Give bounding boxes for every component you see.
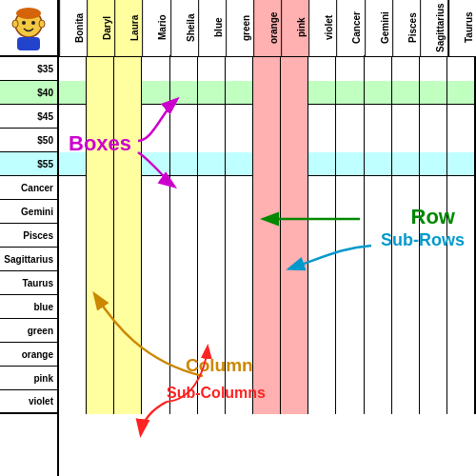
cell bbox=[281, 81, 308, 105]
col-header-mario: Mario bbox=[142, 0, 169, 56]
cell bbox=[59, 57, 87, 81]
cell bbox=[392, 367, 420, 390]
cell bbox=[392, 57, 420, 81]
cell bbox=[170, 81, 198, 105]
cell bbox=[114, 200, 142, 224]
cell bbox=[253, 271, 281, 295]
cell bbox=[336, 271, 364, 295]
cell bbox=[198, 367, 226, 390]
cell bbox=[447, 129, 476, 152]
cell bbox=[253, 200, 281, 224]
cell bbox=[87, 295, 114, 319]
cell bbox=[365, 367, 392, 390]
cell bbox=[114, 105, 142, 129]
col-header-taurus: Taurus bbox=[447, 0, 476, 56]
cell bbox=[198, 390, 226, 414]
row-label-sagittarius: Sagittarius bbox=[0, 248, 57, 271]
row-label-violet: violet bbox=[0, 390, 57, 414]
cell bbox=[281, 200, 308, 224]
cell bbox=[87, 271, 114, 295]
cell bbox=[447, 81, 476, 105]
cell bbox=[114, 248, 142, 271]
row-label-cancer: Cancer bbox=[0, 176, 57, 200]
main-container: Bonita Daryl Laura Mario Sheila blue gre… bbox=[0, 0, 476, 476]
cell bbox=[198, 224, 226, 248]
cell bbox=[336, 200, 364, 224]
cell bbox=[198, 105, 226, 129]
column-headers: Bonita Daryl Laura Mario Sheila blue gre… bbox=[59, 0, 476, 56]
cell bbox=[420, 152, 447, 176]
cell bbox=[198, 152, 226, 176]
grid-row-gemini bbox=[59, 200, 476, 224]
cell bbox=[142, 271, 169, 295]
grid-body bbox=[59, 57, 476, 476]
cell bbox=[226, 367, 253, 390]
cell bbox=[308, 200, 336, 224]
cell bbox=[336, 57, 364, 81]
cell bbox=[281, 57, 308, 81]
cell bbox=[253, 248, 281, 271]
cell bbox=[392, 200, 420, 224]
grid-row-pisces bbox=[59, 224, 476, 248]
row-label-blue: blue bbox=[0, 295, 57, 319]
cell bbox=[59, 367, 87, 390]
cell bbox=[198, 271, 226, 295]
grid-row-cancer bbox=[59, 176, 476, 200]
col-header-green: green bbox=[226, 0, 253, 56]
cell bbox=[308, 271, 336, 295]
col-header-violet: violet bbox=[308, 0, 336, 56]
cell bbox=[170, 319, 198, 343]
row-label-pink: pink bbox=[0, 367, 57, 390]
grid-row-blue bbox=[59, 295, 476, 319]
cell bbox=[308, 319, 336, 343]
cell bbox=[114, 295, 142, 319]
cell bbox=[198, 319, 226, 343]
cell bbox=[365, 295, 392, 319]
grid-row-sagittarius bbox=[59, 248, 476, 271]
cell bbox=[281, 224, 308, 248]
cell bbox=[170, 343, 198, 367]
col-header-sagittarius: Sagittarius bbox=[420, 0, 447, 56]
cell bbox=[447, 271, 476, 295]
cell bbox=[308, 129, 336, 152]
cell bbox=[170, 176, 198, 200]
cell bbox=[336, 295, 364, 319]
col-header-sheila: Sheila bbox=[170, 0, 198, 56]
cell bbox=[87, 224, 114, 248]
cell bbox=[87, 367, 114, 390]
grid-row-35 bbox=[59, 57, 476, 81]
row-label-45: $45 bbox=[0, 105, 57, 129]
svg-point-1 bbox=[16, 8, 41, 19]
cell bbox=[336, 319, 364, 343]
cell bbox=[447, 248, 476, 271]
row-label-orange: orange bbox=[0, 343, 57, 367]
cell bbox=[170, 295, 198, 319]
cell bbox=[59, 152, 87, 176]
header-row: Bonita Daryl Laura Mario Sheila blue gre… bbox=[0, 0, 476, 57]
cell bbox=[308, 343, 336, 367]
cell bbox=[365, 81, 392, 105]
cell bbox=[420, 176, 447, 200]
cell bbox=[336, 224, 364, 248]
cell bbox=[392, 248, 420, 271]
cell bbox=[226, 295, 253, 319]
col-header-pisces: Pisces bbox=[392, 0, 420, 56]
cell bbox=[87, 200, 114, 224]
cell bbox=[365, 57, 392, 81]
cell bbox=[308, 152, 336, 176]
cell bbox=[253, 295, 281, 319]
cell bbox=[365, 343, 392, 367]
grid-row-taurus bbox=[59, 271, 476, 295]
svg-rect-4 bbox=[17, 37, 40, 50]
cell bbox=[281, 152, 308, 176]
cell bbox=[253, 343, 281, 367]
cell bbox=[281, 271, 308, 295]
cell bbox=[142, 129, 169, 152]
row-label-35: $35 bbox=[0, 57, 57, 81]
cell bbox=[447, 295, 476, 319]
cell bbox=[365, 224, 392, 248]
cell bbox=[87, 319, 114, 343]
cell bbox=[114, 319, 142, 343]
cell bbox=[114, 152, 142, 176]
cell bbox=[226, 176, 253, 200]
